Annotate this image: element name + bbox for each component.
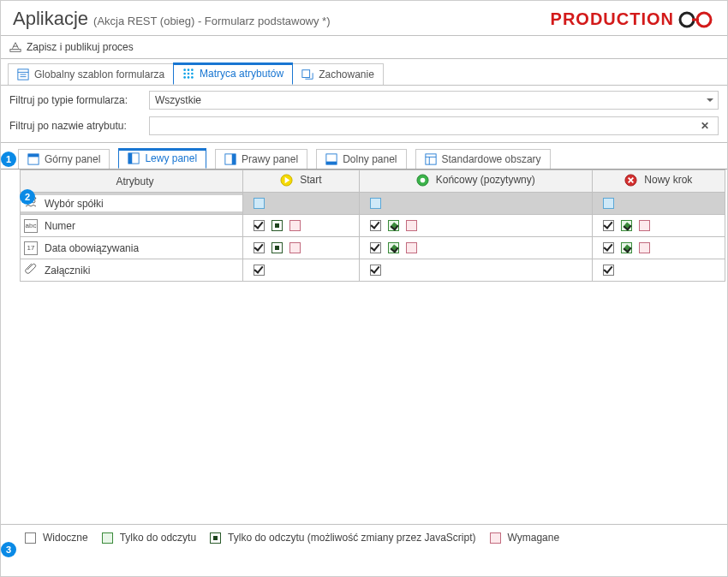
cell-visible-checkbox[interactable] — [370, 198, 381, 209]
svg-point-14 — [191, 73, 194, 75]
panel-tab-bottom[interactable]: Dolny panel — [316, 149, 406, 169]
cell-readonly-checkbox[interactable] — [388, 220, 399, 231]
cell-visible-checkbox[interactable] — [370, 242, 381, 253]
main-tabs: Globalny szablon formularza Matryca atry… — [1, 59, 727, 86]
titlebar: Aplikacje (Akcja REST (obieg) - Formular… — [1, 1, 727, 36]
panel-right-icon — [224, 153, 236, 165]
legend-readonly-icon — [102, 532, 113, 544]
brand-logo-icon — [677, 10, 715, 29]
cell-readonly-checkbox[interactable] — [621, 242, 632, 253]
panel-top-icon — [27, 153, 39, 165]
save-publish-button[interactable]: Zapisz i publikuj proces — [9, 41, 134, 53]
callout-2: 2 — [20, 189, 35, 205]
svg-rect-3 — [10, 50, 21, 52]
svg-point-13 — [188, 73, 190, 75]
table-row: 17Data obowiązywania — [21, 237, 725, 259]
step-end-icon — [416, 174, 429, 187]
chevron-down-icon[interactable] — [707, 98, 713, 102]
cell-readonly-checkbox[interactable] — [388, 242, 399, 253]
callout-1: 1 — [1, 152, 16, 167]
matrix-header-step-start[interactable]: Start — [243, 170, 360, 193]
tab-behavior[interactable]: Zachowanie — [292, 63, 384, 85]
legend-required-icon — [490, 532, 501, 544]
cell-visible-checkbox[interactable] — [254, 265, 265, 276]
cell-required-checkbox[interactable] — [289, 242, 301, 253]
context-subtitle: (Akcja REST (obieg) - Formularz podstawo… — [93, 15, 330, 27]
cell-visible-checkbox[interactable] — [370, 220, 381, 231]
cell-visible-checkbox[interactable] — [603, 265, 614, 276]
cell-required-checkbox[interactable] — [639, 220, 650, 231]
save-publish-icon — [9, 41, 21, 53]
panel-tab-standard[interactable]: Standardowe obszary — [415, 149, 551, 169]
attribute-matrix-table: Atrybuty Start Końcowy (pozytywny) — [20, 170, 725, 282]
panel-tab-top[interactable]: Górny panel — [18, 149, 110, 169]
svg-point-15 — [183, 76, 186, 79]
brand-label: PRODUCTION — [551, 9, 715, 29]
cell-visible-checkbox[interactable] — [370, 265, 381, 276]
table-row: abcNumer — [21, 215, 725, 237]
callout-3: 3 — [1, 542, 16, 557]
matrix-header-step-new[interactable]: Nowy krok — [592, 170, 725, 193]
legend-readonly-js-label: Tylko do odczytu (możliwość zmiany przez… — [228, 532, 475, 544]
attr-type-icon: 17 — [24, 241, 38, 255]
svg-point-9 — [183, 68, 186, 71]
cell-required-checkbox[interactable] — [639, 242, 650, 253]
svg-point-11 — [191, 68, 194, 71]
toolbar: Zapisz i publikuj proces — [1, 36, 727, 59]
svg-point-12 — [183, 73, 186, 75]
cell-required-checkbox[interactable] — [406, 220, 417, 231]
table-row: Załączniki — [21, 259, 725, 282]
legend-visible-icon — [25, 532, 36, 544]
cell-visible-checkbox[interactable] — [254, 220, 265, 231]
step-new-icon — [624, 174, 637, 187]
legend-readonly-js-icon — [210, 532, 221, 544]
cell-required-checkbox[interactable] — [406, 242, 417, 253]
panel-standard-icon — [425, 153, 437, 165]
attr-name: Data obowiązywania — [43, 242, 239, 254]
svg-point-17 — [191, 76, 194, 79]
tab-attribute-matrix[interactable]: Matryca atrybutów — [173, 62, 293, 85]
attr-type-icon — [24, 262, 38, 278]
svg-point-33 — [420, 177, 425, 182]
matrix-header-step-end[interactable]: Końcowy (pozytywny) — [359, 170, 592, 193]
svg-point-10 — [188, 68, 190, 71]
legend-required-label: Wymagane — [508, 532, 560, 544]
legend: Widoczne Tylko do odczytu Tylko do odczy… — [1, 525, 727, 550]
table-row: Wybór spółki — [21, 193, 725, 215]
clear-icon[interactable]: ✕ — [696, 116, 713, 135]
cell-readonly-checkbox[interactable] — [272, 242, 283, 253]
tab-global-template[interactable]: Globalny szablon formularza — [8, 63, 174, 85]
svg-point-0 — [680, 13, 694, 27]
svg-point-16 — [188, 76, 190, 79]
filter-formtype-label: Filtruj po typie formularza: — [9, 94, 142, 106]
cell-visible-checkbox[interactable] — [603, 220, 614, 231]
panel-tabs: Górny panel Lewy panel Prawy panel Dolny… — [1, 143, 727, 170]
svg-rect-26 — [326, 161, 337, 164]
cell-required-checkbox[interactable] — [289, 220, 301, 231]
panel-bottom-icon — [325, 153, 337, 165]
cell-readonly-checkbox[interactable] — [621, 220, 632, 231]
attr-name: Załączniki — [43, 265, 239, 277]
svg-rect-27 — [425, 153, 435, 164]
svg-rect-20 — [28, 153, 39, 157]
cell-readonly-checkbox[interactable] — [272, 220, 283, 231]
panel-tab-left[interactable]: Lewy panel — [118, 148, 206, 169]
filter-formtype-select[interactable] — [149, 91, 719, 110]
filter-attrname-input[interactable] — [149, 116, 719, 135]
svg-rect-22 — [128, 153, 132, 164]
behavior-icon — [301, 68, 313, 80]
cell-visible-checkbox[interactable] — [254, 242, 265, 253]
panel-tab-right[interactable]: Prawy panel — [215, 149, 307, 169]
cell-visible-checkbox[interactable] — [254, 198, 265, 209]
attr-name: Wybór spółki — [43, 198, 239, 210]
cell-visible-checkbox[interactable] — [603, 242, 614, 253]
matrix-header-attributes: Atrybuty — [21, 170, 243, 193]
panel-left-icon — [128, 152, 140, 164]
legend-readonly-label: Tylko do odczytu — [120, 532, 196, 544]
cell-visible-checkbox[interactable] — [603, 198, 614, 209]
filter-attrname-label: Filtruj po nazwie atrybutu: — [9, 120, 142, 132]
svg-rect-24 — [232, 153, 236, 164]
matrix-icon — [182, 68, 194, 80]
attr-type-icon: abc — [24, 218, 38, 233]
app-title: Aplikacje — [13, 8, 88, 30]
